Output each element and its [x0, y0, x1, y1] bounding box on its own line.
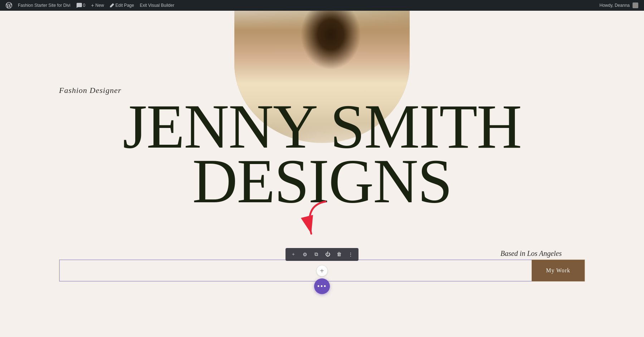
exit-visual-builder-button[interactable]: Exit Visual Builder	[137, 0, 177, 11]
toolbar-delete-icon[interactable]: 🗑	[335, 250, 343, 259]
hero-title-line2: DESIGNS	[21, 153, 623, 210]
hero-section: Fashion Designer JENNY SMITH DESIGNS Bas…	[0, 11, 644, 337]
exit-visual-builder-label: Exit Visual Builder	[140, 3, 175, 8]
site-name[interactable]: Fashion Starter Site for Divi	[15, 0, 73, 11]
edit-page-button[interactable]: Edit Page	[107, 0, 137, 11]
toolbar-settings-icon[interactable]: ⚙	[301, 250, 309, 259]
edit-icon	[110, 3, 114, 8]
more-icon-symbol: ⋮	[348, 252, 353, 258]
settings-icon-symbol: ⚙	[303, 252, 307, 258]
toolbar-duplicate-icon[interactable]: ⧉	[312, 250, 321, 259]
wordpress-icon	[6, 2, 12, 9]
new-button[interactable]: + New	[88, 0, 107, 11]
hero-subheading: Fashion Designer	[59, 86, 121, 95]
toolbar-more-icon[interactable]: ⋮	[346, 250, 355, 259]
duplicate-icon-symbol: ⧉	[314, 252, 318, 257]
add-module-icon: +	[320, 267, 324, 274]
cta-input[interactable]	[59, 260, 532, 281]
howdy-text: Howdy, Deanna	[600, 3, 630, 8]
toolbar-disable-icon[interactable]: ⏻	[323, 250, 332, 259]
disable-icon-symbol: ⏻	[325, 252, 330, 257]
hero-location: Based in Los Angeles	[501, 249, 562, 258]
add-module-button[interactable]: +	[317, 266, 327, 276]
howdy-section[interactable]: Howdy, Deanna	[597, 3, 641, 8]
admin-bar: Fashion Starter Site for Divi 0 + New Ed…	[0, 0, 644, 11]
purple-dots-button[interactable]: •••	[314, 278, 330, 294]
comment-count[interactable]: 0	[73, 0, 88, 11]
site-name-text: Fashion Starter Site for Divi	[18, 3, 70, 8]
delete-icon-symbol: 🗑	[337, 252, 342, 257]
cta-button[interactable]: My Work	[532, 260, 585, 281]
wp-logo[interactable]	[3, 0, 15, 11]
hero-title: JENNY SMITH DESIGNS	[0, 100, 644, 209]
hero-title-line1: JENNY SMITH	[21, 100, 623, 153]
add-icon-symbol: +	[292, 252, 295, 257]
edit-page-label: Edit Page	[116, 3, 134, 8]
row-toolbar: + ⚙ ⧉ ⏻ 🗑 ⋮	[286, 248, 358, 261]
comment-icon	[76, 3, 82, 8]
comment-count-text: 0	[83, 3, 86, 8]
new-label: New	[96, 3, 104, 8]
user-avatar	[633, 3, 638, 8]
toolbar-add-icon[interactable]: +	[289, 250, 298, 259]
main-content: Fashion Designer JENNY SMITH DESIGNS Bas…	[0, 11, 644, 337]
dots-icon: •••	[317, 282, 327, 291]
